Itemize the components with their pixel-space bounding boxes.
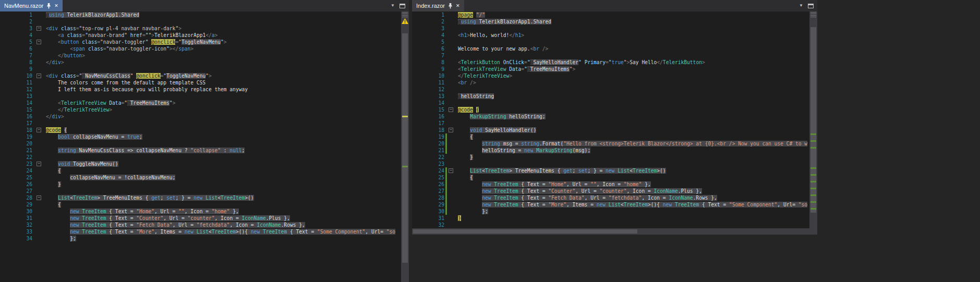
- line-number: 9: [412, 66, 444, 72]
- line-number: 13: [0, 93, 32, 100]
- code-area-left[interactable]: @using TelerikBlazorApp1.Shared<div clas…: [46, 11, 401, 282]
- tab-index-razor[interactable]: Index.razor ✕: [412, 0, 464, 11]
- editor-group-left: NavMenu.razor ✕ ▼ 1234567891011121314151…: [0, 0, 409, 282]
- code-token: new: [70, 229, 79, 235]
- editor-right[interactable]: 1234567891011121314151617181920212223242…: [412, 11, 817, 228]
- scrollbar-split-handle[interactable]: [402, 12, 408, 17]
- code-token: SayHelloHandler(): [482, 127, 536, 133]
- code-line: new TreeItem { Text = "More", Items = ne…: [46, 228, 401, 235]
- code-token: >(): [657, 168, 666, 174]
- tab-navmenu-razor[interactable]: NavMenu.razor ✕: [0, 0, 63, 11]
- code-token: >: [215, 32, 218, 38]
- chevron-down-icon[interactable]: ▼: [391, 4, 395, 8]
- code-token: ToggleNavMenu: [182, 39, 221, 45]
- code-line: [458, 39, 809, 45]
- code-token: new: [70, 222, 79, 228]
- code-token: TreeItem: [675, 202, 699, 207]
- code-token: "More": [136, 229, 154, 235]
- code-token: TreeItem: [485, 168, 509, 174]
- line-number: 20: [412, 140, 444, 147]
- fold-collapse-icon[interactable]: −: [37, 128, 41, 132]
- scrollbar-thumb[interactable]: [402, 33, 408, 263]
- code-token: ToggleNavMenu: [166, 73, 205, 79]
- pin-icon[interactable]: [448, 3, 453, 9]
- warning-icon: [402, 18, 408, 24]
- code-token: };: [482, 209, 488, 214]
- code-line: {: [46, 167, 401, 174]
- code-token: TreeItem: [494, 188, 518, 194]
- line-number: 25: [0, 174, 32, 181]
- code-token: >: [509, 73, 512, 79]
- code-token: { Text =: [106, 215, 137, 221]
- fold-collapse-icon[interactable]: −: [37, 73, 41, 78]
- code-token: NavMenuCssClass: [85, 73, 130, 79]
- change-tracking-bar: [445, 174, 447, 181]
- fold-collapse-icon[interactable]: −: [37, 162, 41, 166]
- change-tracking-bar: [445, 181, 447, 188]
- float-window-icon[interactable]: [808, 4, 814, 8]
- fold-collapse-icon[interactable]: −: [449, 128, 453, 132]
- code-token: }: [458, 215, 461, 221]
- code-token: get: [151, 195, 160, 201]
- line-number: 8: [0, 59, 32, 66]
- code-token: string: [58, 148, 76, 153]
- code-line: [46, 66, 401, 72]
- code-token: >: [173, 100, 176, 106]
- code-line: bool collapseNavMenu = true;: [46, 133, 401, 140]
- line-number: 27: [412, 188, 444, 194]
- pin-icon[interactable]: [46, 3, 51, 9]
- code-line: new TreeItem { Text = "Fetch Data", Url …: [458, 194, 809, 201]
- change-tracking-bar: [445, 201, 447, 208]
- line-number: 11: [412, 79, 444, 86]
- horizontal-scrollbar-right[interactable]: [412, 228, 817, 235]
- scrollbar-change-mark: [810, 188, 816, 189]
- code-line: };: [46, 235, 401, 242]
- code-token: bool: [58, 134, 70, 140]
- fold-collapse-icon[interactable]: −: [37, 40, 41, 44]
- line-number: 33: [0, 228, 32, 235]
- vertical-scrollbar-right[interactable]: [809, 11, 817, 228]
- line-number: 19: [412, 133, 444, 140]
- code-line: [46, 120, 401, 127]
- fold-collapse-icon[interactable]: −: [37, 26, 41, 31]
- code-token: @page: [458, 12, 473, 18]
- line-number: 32: [0, 222, 32, 228]
- code-token: .Plus },: [678, 188, 702, 194]
- scrollbar-mark: [402, 166, 408, 167]
- fold-collapse-icon[interactable]: −: [37, 195, 41, 200]
- code-line: </div>: [46, 59, 401, 66]
- line-number: 26: [0, 181, 32, 188]
- code-token: [46, 107, 58, 113]
- code-token: "navbar-toggler-icon": [106, 46, 170, 52]
- code-token: new: [193, 195, 202, 201]
- vertical-scrollbar-left[interactable]: [401, 11, 409, 282]
- scrollbar-change-mark: [810, 201, 816, 203]
- code-token: ToggleNavMenu(): [70, 161, 118, 167]
- code-token: List: [58, 195, 70, 201]
- code-token: @onclick: [136, 73, 160, 79]
- code-line: </TelerikTreeView>: [458, 72, 809, 79]
- scrollbar-change-mark: [810, 147, 816, 149]
- code-token: div: [52, 59, 61, 65]
- close-icon[interactable]: ✕: [54, 3, 58, 8]
- fold-collapse-icon[interactable]: −: [449, 107, 453, 112]
- close-icon[interactable]: ✕: [456, 3, 460, 8]
- fold-collapse-icon[interactable]: −: [449, 168, 453, 173]
- code-line: [46, 140, 401, 147]
- code-area-right[interactable]: @page "/"@using TelerikBlazorApp1.Shared…: [458, 11, 809, 228]
- line-number: 17: [412, 120, 444, 127]
- code-token: , Url =: [566, 181, 590, 187]
- editor-left[interactable]: 1234567891011121314151617181920212223242…: [0, 11, 409, 282]
- code-token: [473, 12, 476, 18]
- chevron-down-icon[interactable]: ▼: [799, 4, 803, 8]
- scrollbar-thumb[interactable]: [413, 229, 637, 234]
- code-token: [458, 154, 470, 160]
- scrollbar-split-handle[interactable]: [810, 12, 816, 17]
- code-token: "counter": [600, 188, 627, 194]
- code-line: @page "/": [458, 11, 809, 18]
- scrollbar-thumb[interactable]: [810, 27, 816, 213]
- float-window-icon[interactable]: [400, 4, 405, 8]
- code-line: [458, 25, 809, 32]
- code-token: [193, 229, 197, 235]
- code-token: [458, 168, 470, 174]
